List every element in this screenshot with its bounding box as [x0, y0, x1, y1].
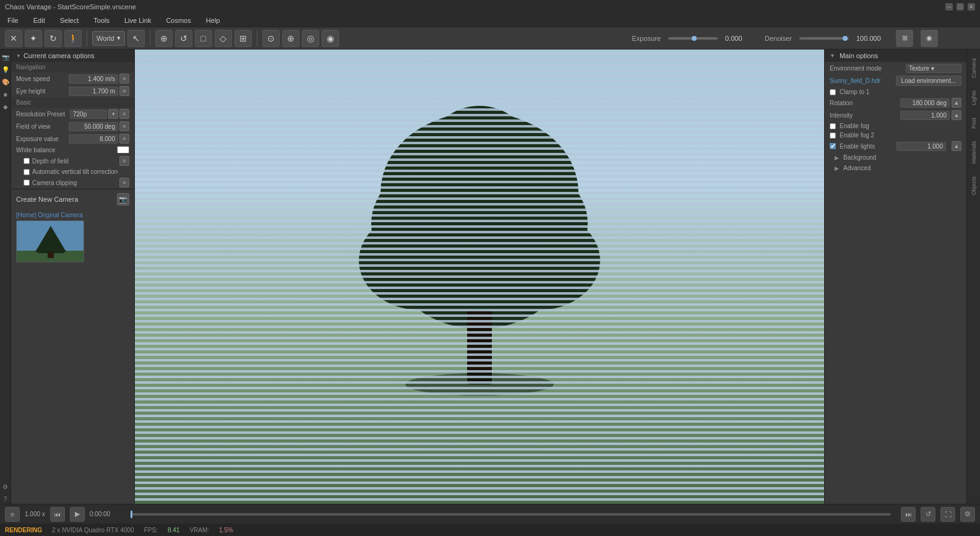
- camera-clipping-menu[interactable]: ≡: [119, 178, 129, 188]
- create-camera-button[interactable]: 📷: [117, 193, 129, 205]
- rotation-value[interactable]: 180.000 deg: [900, 98, 950, 108]
- rotation-label: Rotation: [830, 100, 900, 106]
- eye-height-value[interactable]: 1.700 m: [69, 87, 118, 96]
- denoiser-value: 100.000: [856, 35, 888, 42]
- right-tab-post[interactable]: Post: [969, 114, 978, 132]
- crop-button[interactable]: □: [195, 30, 212, 47]
- white-balance-swatch[interactable]: [117, 146, 129, 153]
- rotate-tool-button[interactable]: ↻: [45, 30, 62, 47]
- advanced-group-header[interactable]: ▶ Advanced: [825, 163, 966, 173]
- select-tool-button[interactable]: ✕: [5, 30, 22, 47]
- env-mode-dropdown[interactable]: Texture ▾: [906, 64, 961, 73]
- settings-button[interactable]: ◉: [322, 30, 339, 47]
- menu-edit[interactable]: Edit: [30, 15, 49, 25]
- timeline-thumb[interactable]: [131, 511, 132, 518]
- timeline-bar[interactable]: [131, 513, 891, 516]
- toolbar-sep-2: [150, 31, 150, 46]
- walk-tool-button[interactable]: 🚶: [64, 30, 82, 47]
- fit-button[interactable]: ⊕: [282, 30, 299, 47]
- camera-clipping-checkbox[interactable]: [24, 179, 30, 186]
- main-options-arrow: ▼: [830, 53, 835, 59]
- resolution-value[interactable]: 720p: [70, 110, 107, 119]
- loop-button[interactable]: ↺: [921, 507, 935, 522]
- pen-button[interactable]: ◇: [215, 30, 232, 47]
- menu-tools[interactable]: Tools: [90, 15, 113, 25]
- viewport[interactable]: [135, 50, 824, 504]
- menu-select[interactable]: Select: [56, 15, 83, 25]
- denoiser-slider[interactable]: [799, 37, 849, 40]
- depth-of-field-menu[interactable]: ≡: [119, 156, 129, 166]
- rewind-button[interactable]: ⏭: [901, 507, 916, 522]
- maximize-button[interactable]: □: [956, 3, 964, 11]
- move-speed-menu[interactable]: ≡: [119, 74, 129, 84]
- auto-tilt-checkbox[interactable]: [24, 169, 30, 175]
- light-icon-btn[interactable]: 💡: [1, 64, 11, 74]
- menu-help[interactable]: Help: [202, 15, 224, 25]
- exposure-val-menu[interactable]: ≡: [119, 134, 129, 144]
- camera-icon-btn[interactable]: 📷: [1, 52, 11, 62]
- rotation-stepper[interactable]: ▲: [952, 98, 961, 108]
- fov-menu[interactable]: ≡: [119, 121, 129, 131]
- exposure-slider[interactable]: [668, 37, 718, 40]
- render-monitor-icon[interactable]: ◉: [921, 30, 938, 47]
- move-tool-button[interactable]: ✦: [25, 30, 42, 47]
- move-speed-value[interactable]: 1.400 m/s: [69, 74, 118, 84]
- settings-bottom-button[interactable]: ⚙: [960, 507, 975, 522]
- render-settings-icon[interactable]: ⊞: [896, 30, 913, 47]
- background-group-header[interactable]: ▶ Background: [825, 152, 966, 163]
- env-file-label: Sunny_field_D.hdr: [830, 77, 896, 84]
- scene-menu-button[interactable]: ≡: [5, 507, 20, 522]
- right-tab-lights[interactable]: Lights: [969, 87, 978, 109]
- right-tab-objects[interactable]: Objects: [969, 173, 978, 199]
- right-tab-camera[interactable]: Camera: [969, 54, 978, 82]
- fov-label: Field of view: [16, 123, 69, 130]
- close-button[interactable]: ✕: [968, 3, 975, 11]
- window-controls[interactable]: ─ □ ✕: [945, 3, 975, 11]
- sun-button[interactable]: ◎: [302, 30, 319, 47]
- zoom-button[interactable]: ⊙: [262, 30, 280, 47]
- resolution-menu[interactable]: ≡: [119, 109, 129, 119]
- lights-stepper[interactable]: ▲: [952, 141, 961, 151]
- camera-thumbnail[interactable]: [16, 220, 84, 262]
- path-button[interactable]: ⊞: [234, 30, 252, 47]
- fov-row: Field of view 50.000 deg ≡: [11, 120, 134, 132]
- fov-value[interactable]: 50.000 deg: [69, 122, 118, 131]
- move-object-button[interactable]: ⊕: [155, 30, 173, 47]
- exposure-value: 0.000: [725, 35, 757, 42]
- resolution-dropdown[interactable]: ▾: [108, 109, 118, 119]
- depth-of-field-checkbox[interactable]: [24, 158, 30, 164]
- settings-icon-btn[interactable]: ⚙: [1, 482, 11, 491]
- right-tab-materials[interactable]: Materials: [969, 137, 978, 168]
- camera-options-header[interactable]: ▼ Current camera options: [11, 50, 134, 62]
- intensity-stepper[interactable]: ▲: [952, 110, 961, 120]
- main-options-header[interactable]: ▼ Main options: [825, 50, 966, 62]
- clamp-checkbox[interactable]: [830, 89, 836, 95]
- minimize-button[interactable]: ─: [945, 3, 953, 11]
- enable-lights-checkbox[interactable]: [830, 143, 836, 149]
- menu-file[interactable]: File: [4, 15, 22, 25]
- menu-cosmos[interactable]: Cosmos: [162, 15, 194, 25]
- arrow-tool-button[interactable]: ↖: [127, 30, 145, 47]
- intensity-value[interactable]: 1.000: [900, 111, 950, 120]
- obj-icon-btn[interactable]: ◆: [1, 102, 11, 111]
- menu-livelink[interactable]: Live Link: [121, 15, 155, 25]
- fullscreen-button[interactable]: ⛶: [940, 507, 955, 522]
- play-back-button[interactable]: ⏮: [50, 507, 65, 522]
- left-panel: ▼ Current camera options Navigation Move…: [11, 50, 135, 504]
- fps-label: FPS:: [144, 527, 158, 534]
- enable-fog2-checkbox[interactable]: [830, 132, 836, 139]
- undo-button[interactable]: ↺: [175, 30, 192, 47]
- play-button[interactable]: ▶: [70, 507, 85, 522]
- mat-icon-btn[interactable]: ■: [1, 89, 11, 99]
- post-icon-btn[interactable]: 🎨: [1, 77, 11, 87]
- create-camera-label: Create New Camera: [16, 196, 78, 203]
- load-environment-button[interactable]: Load environment...: [896, 76, 961, 86]
- env-mode-row: Environment mode Texture ▾: [825, 62, 966, 74]
- enable-lights-value[interactable]: 1.000: [896, 142, 946, 151]
- eye-height-menu[interactable]: ≡: [119, 86, 129, 96]
- enable-fog-checkbox[interactable]: [830, 123, 836, 129]
- world-mode-dropdown[interactable]: World ▾: [92, 31, 125, 46]
- exposure-val-value[interactable]: 8.000: [69, 134, 118, 144]
- camera-item-label[interactable]: [Home] Original Camera: [16, 212, 129, 218]
- help-icon-btn[interactable]: ?: [1, 494, 11, 504]
